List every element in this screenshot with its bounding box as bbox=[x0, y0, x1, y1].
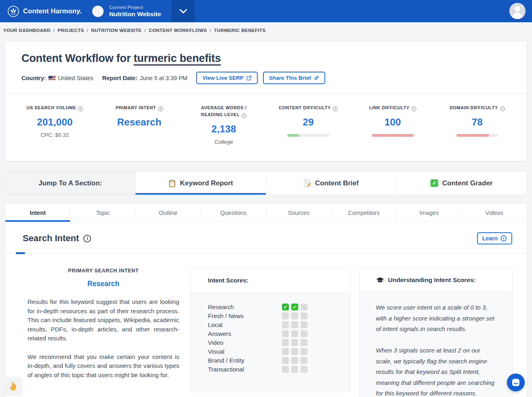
project-avatar bbox=[92, 6, 104, 17]
intent-scores-body: Research✓✓Fresh / NewsLocalAnswersVideoV… bbox=[191, 293, 350, 392]
stat-progress-bar bbox=[456, 134, 498, 137]
stat-us-search-volume: US SEARCH VOLUMEi201,000CPC: $0.32 bbox=[13, 104, 97, 145]
stat-label: LINK DIFFICULTYi bbox=[362, 104, 423, 111]
tab-topic[interactable]: Topic bbox=[70, 204, 136, 222]
understanding-body: We score user intent on a scale of 0 to … bbox=[360, 292, 512, 397]
tab-outline[interactable]: Outline bbox=[136, 204, 201, 222]
intent-score-row: Research✓✓ bbox=[208, 304, 333, 310]
stat-value: Research bbox=[97, 117, 182, 128]
intent-scores-card: Intent Scores: Research✓✓Fresh / NewsLoc… bbox=[191, 268, 350, 392]
stat-progress-bar bbox=[372, 134, 414, 137]
intent-score-boxes bbox=[282, 339, 307, 346]
breadcrumb-item[interactable]: TURMERIC BENEFITS bbox=[214, 28, 266, 33]
understanding-paragraph: When 3 signals score at least 2 on our s… bbox=[376, 345, 496, 397]
intent-score-boxes bbox=[282, 321, 307, 328]
empty-score-box bbox=[291, 366, 298, 373]
share-this-brief-button[interactable]: Share This Brief bbox=[263, 72, 325, 84]
country-value: United States bbox=[58, 75, 93, 81]
empty-score-box bbox=[282, 312, 289, 319]
clipboard-icon bbox=[168, 179, 176, 188]
tab-images[interactable]: Images bbox=[397, 204, 462, 222]
green-check-icon: ✓ bbox=[430, 179, 438, 187]
jump-content-grader[interactable]: ✓Content Grader bbox=[396, 172, 527, 195]
info-icon[interactable]: i bbox=[158, 106, 163, 111]
project-labels: Current Project Nutrition Website bbox=[109, 4, 161, 18]
stat-value: 78 bbox=[435, 117, 519, 128]
jump-content-brief[interactable]: Content Brief bbox=[266, 172, 396, 195]
graduation-cap-icon bbox=[376, 277, 384, 283]
intent-description-paragraph: Results for this keyword suggest that us… bbox=[28, 297, 179, 343]
empty-score-box bbox=[301, 312, 307, 319]
empty-score-box bbox=[301, 348, 307, 355]
info-icon[interactable]: i bbox=[83, 235, 91, 242]
empty-score-box bbox=[282, 330, 289, 337]
stats-row: US SEARCH VOLUMEi201,000CPC: $0.32PRIMAR… bbox=[5, 93, 527, 161]
understanding-card: Understanding Intent Scores: We score us… bbox=[359, 268, 513, 397]
info-icon[interactable]: i bbox=[78, 106, 83, 111]
jump-to-section-row: Jump To A Section:Keyword ReportContent … bbox=[5, 171, 527, 195]
jump-keyword-report-label: Keyword Report bbox=[180, 179, 233, 187]
stat-link-difficulty: LINK DIFFICULTYi100 bbox=[350, 104, 435, 145]
breadcrumb-item[interactable]: YOUR DASHBOARD bbox=[3, 28, 51, 33]
understanding-title: Understanding Intent Scores: bbox=[388, 276, 476, 284]
breadcrumb-item[interactable]: PROJECTS bbox=[57, 28, 84, 33]
intent-columns: PRIMARY SEARCH INTENT Research Results f… bbox=[5, 253, 527, 397]
intent-score-label: Local bbox=[208, 321, 282, 328]
divider-accent bbox=[16, 252, 25, 254]
stat-primary-intent: PRIMARY INTENTiResearch bbox=[97, 104, 182, 145]
intent-score-label: Brand / Entity bbox=[208, 357, 282, 364]
section-header: Search Intent i Learn bbox=[5, 222, 527, 253]
section-divider bbox=[5, 253, 527, 253]
tab-sources[interactable]: Sources bbox=[266, 204, 331, 222]
tab-questions[interactable]: Questions bbox=[201, 204, 266, 222]
intent-score-row: Fresh / News bbox=[208, 312, 333, 319]
intent-score-boxes bbox=[282, 366, 307, 373]
info-icon[interactable]: i bbox=[411, 106, 416, 111]
jump-keyword-report[interactable]: Keyword Report bbox=[136, 172, 266, 195]
report-date-meta: Report Date: June 5 at 3:39 PM bbox=[102, 75, 187, 81]
country-label: Country: bbox=[21, 75, 46, 81]
feedback-widget[interactable] bbox=[3, 377, 23, 396]
lotus-logo-icon bbox=[7, 5, 19, 17]
stat-sub: College bbox=[182, 139, 266, 145]
project-dropdown-button[interactable] bbox=[172, 0, 195, 22]
info-icon[interactable]: i bbox=[242, 113, 246, 118]
stat-sub: CPC: $0.32 bbox=[13, 132, 97, 138]
understanding-header: Understanding Intent Scores: bbox=[360, 268, 512, 292]
report-date-value: June 5 at 3:39 PM bbox=[140, 75, 188, 81]
stat-value: 29 bbox=[266, 117, 350, 128]
content-harmony-logo[interactable]: Content Harmony. bbox=[7, 5, 82, 17]
breadcrumb-separator: / bbox=[87, 28, 89, 33]
intent-score-label: Visual bbox=[208, 348, 282, 355]
jump-content-grader-label: Content Grader bbox=[442, 179, 493, 187]
empty-score-box bbox=[301, 339, 307, 346]
tab-videos[interactable]: Videos bbox=[462, 204, 527, 222]
intent-score-row: Brand / Entity bbox=[208, 357, 333, 364]
info-icon[interactable]: i bbox=[333, 106, 338, 111]
breadcrumb-item[interactable]: NUTRITION WEBSITE bbox=[91, 28, 142, 33]
empty-score-box bbox=[291, 330, 298, 337]
understanding-paragraph: We score user intent on a scale of 0 to … bbox=[376, 302, 496, 335]
intent-score-boxes bbox=[282, 330, 307, 337]
intent-score-label: Answers bbox=[208, 330, 282, 337]
learn-button[interactable]: Learn bbox=[477, 232, 512, 244]
breadcrumb-separator: / bbox=[144, 28, 146, 33]
chat-bubble-icon bbox=[511, 378, 520, 387]
page-title: Content Workflow for turmeric benefits bbox=[21, 52, 511, 65]
user-avatar[interactable] bbox=[509, 3, 526, 19]
breadcrumb-item[interactable]: CONTENT WORKFLOWS bbox=[149, 28, 207, 33]
stat-label: AVERAGE WORDS / READING LEVELi bbox=[193, 104, 254, 118]
stat-domain-difficulty: DOMAIN DIFFICULTYi78 bbox=[435, 104, 519, 145]
intent-score-row: Answers bbox=[208, 330, 333, 337]
view-live-serp-button[interactable]: View Live SERP bbox=[196, 72, 258, 84]
empty-score-box bbox=[282, 321, 289, 328]
search-intent-section: Search Intent i Learn PRIMARY SEARCH INT… bbox=[5, 222, 527, 397]
info-icon[interactable]: i bbox=[500, 106, 505, 111]
chat-launcher[interactable] bbox=[507, 374, 525, 391]
us-flag-icon bbox=[48, 76, 56, 81]
stat-value: 2,138 bbox=[182, 123, 266, 135]
tab-competitors[interactable]: Competitors bbox=[331, 204, 396, 222]
empty-score-box bbox=[301, 304, 307, 310]
tab-intent[interactable]: Intent bbox=[5, 204, 70, 222]
report-tabs: IntentTopicOutlineQuestionsSourcesCompet… bbox=[5, 203, 527, 222]
